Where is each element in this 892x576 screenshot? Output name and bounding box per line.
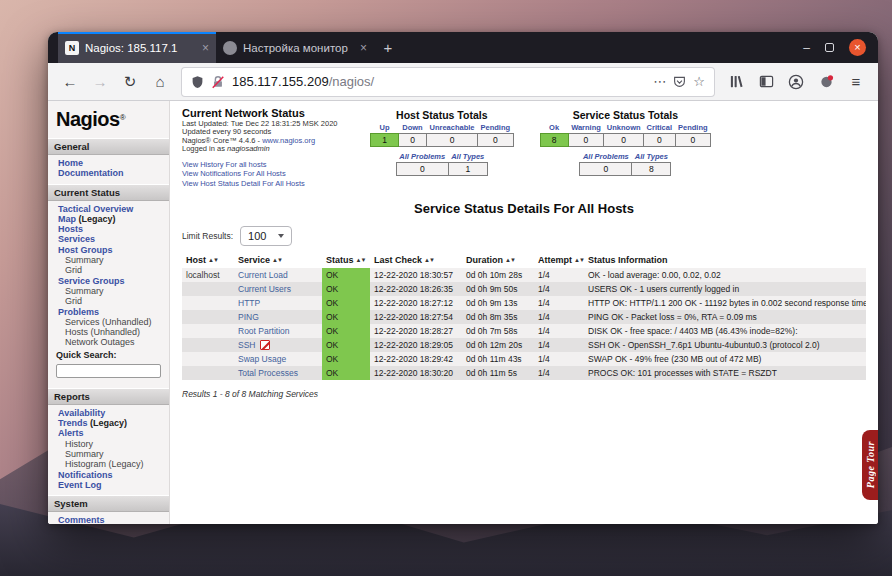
sidebar-item-trends[interactable]: Trends (Legacy)	[48, 418, 169, 428]
nagios-org-link[interactable]: www.nagios.org	[262, 136, 315, 145]
account-icon[interactable]	[782, 68, 810, 96]
sort-icons[interactable]: ▲▼	[356, 257, 366, 263]
sidebar-item-home[interactable]: Home	[48, 158, 169, 168]
view-host-status-detail-link[interactable]: View Host Status Detail For All Hosts	[182, 179, 354, 189]
service-totals-column-ok[interactable]: Ok	[540, 123, 568, 134]
sidebar-item-service-groups[interactable]: Service Groups	[48, 276, 169, 286]
service-link[interactable]: SSH	[238, 340, 255, 350]
sidebar-item-history[interactable]: History	[48, 439, 169, 449]
column-header-duration[interactable]: Duration▲▼	[462, 253, 534, 268]
sidebar-item-network-outages[interactable]: Network Outages	[48, 337, 169, 347]
url-bar[interactable]: 185.117.155.209/nagios/ ⋯ ☆	[182, 68, 714, 96]
tracking-shield-icon[interactable]	[191, 75, 204, 89]
bookmark-star-icon[interactable]: ☆	[693, 74, 705, 89]
maximize-button[interactable]	[825, 43, 834, 52]
sort-icons[interactable]: ▲▼	[424, 257, 434, 263]
sidebar-item-summary[interactable]: Summary	[48, 286, 169, 296]
quick-search-input[interactable]	[56, 364, 161, 378]
sidebar-item-comments[interactable]: Comments	[48, 515, 169, 524]
service-link[interactable]: Current Load	[238, 270, 288, 280]
insecure-connection-icon[interactable]	[211, 75, 225, 89]
host-totals-column-all-problems[interactable]: All Problems	[396, 152, 448, 163]
host-totals-column-all-types[interactable]: All Types	[448, 152, 487, 163]
view-notifications-link[interactable]: View Notifications For All Hosts	[182, 169, 354, 179]
sidebar-item-hosts[interactable]: Hosts	[48, 224, 169, 234]
page-actions-icon[interactable]: ⋯	[653, 74, 666, 89]
forward-button[interactable]: →	[86, 68, 114, 96]
sort-icons[interactable]: ▲▼	[505, 257, 515, 263]
sort-icons[interactable]: ▲▼	[574, 257, 584, 263]
close-button[interactable]: ×	[849, 39, 866, 56]
sidebar-item-hosts[interactable]: Hosts (Unhandled)	[48, 327, 169, 337]
column-header-attempt[interactable]: Attempt▲▼	[534, 253, 584, 268]
sidebar-item-grid[interactable]: Grid	[48, 265, 169, 275]
tab-close-button[interactable]: ×	[202, 41, 209, 55]
service-totals-summary-value-all-types: 8	[632, 163, 671, 176]
service-link[interactable]: HTTP	[238, 298, 260, 308]
browser-tab[interactable]: Настройка монитор×	[216, 32, 374, 63]
service-totals-column-pending[interactable]: Pending	[675, 123, 711, 134]
column-header-service[interactable]: Service▲▼	[234, 253, 322, 268]
host-totals-summary-value-all-types: 1	[448, 163, 487, 176]
service-link[interactable]: Swap Usage	[238, 354, 286, 364]
home-button[interactable]: ⌂	[146, 68, 174, 96]
titlebar-drag-area[interactable]	[402, 32, 791, 63]
minimize-button[interactable]: –	[803, 41, 810, 55]
table-row: Total ProcessesOK12-22-2020 18:30:200d 0…	[182, 366, 866, 380]
column-header-host[interactable]: Host▲▼	[182, 253, 234, 268]
sidebar-item-alerts[interactable]: Alerts	[48, 428, 169, 438]
service-totals-column-critical[interactable]: Critical	[644, 123, 675, 134]
reload-button[interactable]: ↻	[116, 68, 144, 96]
sidebar-item-services[interactable]: Services	[48, 234, 169, 244]
sidebar-item-notifications[interactable]: Notifications	[48, 470, 169, 480]
view-history-link[interactable]: View History For all hosts	[182, 160, 354, 170]
sidebar-item-event-log[interactable]: Event Log	[48, 480, 169, 490]
sidebar-item-problems[interactable]: Problems	[48, 307, 169, 317]
host-totals-column-unreachable[interactable]: Unreachable	[427, 123, 478, 134]
url-text[interactable]: 185.117.155.209/nagios/	[232, 74, 646, 89]
pocket-icon[interactable]	[673, 75, 686, 88]
service-link[interactable]: Total Processes	[238, 368, 298, 378]
service-link[interactable]: PING	[238, 312, 259, 322]
service-totals-column-warning[interactable]: Warning	[568, 123, 604, 134]
sidebar-item-summary[interactable]: Summary	[48, 449, 169, 459]
browser-tab[interactable]: NNagios: 185.117.1×	[58, 32, 216, 63]
sort-icons[interactable]: ▲▼	[272, 257, 282, 263]
sidebar-item-map[interactable]: Map (Legacy)	[48, 214, 169, 224]
titlebar: NNagios: 185.117.1×Настройка монитор× + …	[48, 32, 878, 63]
sort-icons[interactable]: ▲▼	[208, 257, 218, 263]
column-header-status[interactable]: Status▲▼	[322, 253, 370, 268]
nagios-logo[interactable]: Nagios®	[48, 101, 169, 133]
service-link[interactable]: Current Users	[238, 284, 291, 294]
page-tour-ribbon[interactable]: Page Tour	[862, 430, 878, 500]
host-totals-value-unreachable: 0	[427, 134, 478, 147]
extension-icon[interactable]	[812, 68, 840, 96]
service-totals-column-unknown[interactable]: Unknown	[604, 123, 644, 134]
sidebar-item-summary[interactable]: Summary	[48, 255, 169, 265]
service-totals-column-all-types[interactable]: All Types	[632, 152, 671, 163]
sidebar-item-host-groups[interactable]: Host Groups	[48, 245, 169, 255]
sidebar-item-histogram[interactable]: Histogram (Legacy)	[48, 459, 169, 469]
sidebar-item-documentation[interactable]: Documentation	[48, 168, 169, 178]
back-button[interactable]: ←	[56, 68, 84, 96]
host-totals-column-up[interactable]: Up	[371, 123, 399, 134]
service-totals-column-all-problems[interactable]: All Problems	[580, 152, 632, 163]
host-link[interactable]: localhost	[186, 270, 220, 280]
menu-icon[interactable]: ≡	[842, 68, 870, 96]
sidebar-item-grid[interactable]: Grid	[48, 296, 169, 306]
limit-results-select[interactable]: 100	[240, 226, 292, 246]
host-totals-column-down[interactable]: Down	[399, 123, 427, 134]
nagios-favicon-icon: N	[65, 41, 79, 55]
sidebar-item-tactical-overview[interactable]: Tactical Overview	[48, 204, 169, 214]
library-icon[interactable]	[722, 68, 750, 96]
column-header-last-check[interactable]: Last Check▲▼	[370, 253, 462, 268]
service-link[interactable]: Root Partition	[238, 326, 290, 336]
sidebar-toggle-icon[interactable]	[752, 68, 780, 96]
host-totals-column-pending[interactable]: Pending	[478, 123, 514, 134]
sidebar-item-services[interactable]: Services (Unhandled)	[48, 317, 169, 327]
sidebar-item-availability[interactable]: Availability	[48, 408, 169, 418]
browser-window: NNagios: 185.117.1×Настройка монитор× + …	[48, 32, 878, 524]
tab-close-button[interactable]: ×	[360, 41, 367, 55]
status-cell: OK	[322, 352, 370, 366]
new-tab-button[interactable]: +	[374, 32, 402, 63]
